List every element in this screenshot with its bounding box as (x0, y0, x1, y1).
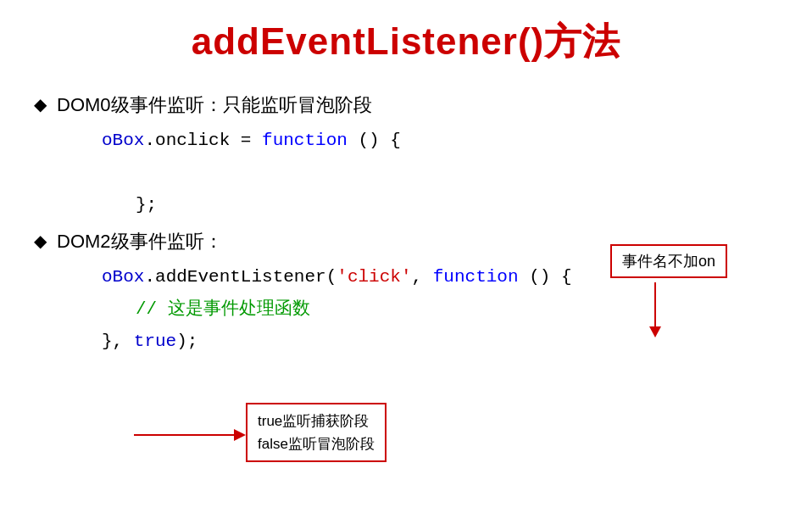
bullet-diamond-1: ◆ (34, 94, 47, 114)
obox-identifier-2: oBox (102, 267, 144, 287)
code-line-dom0-3: }; (136, 189, 778, 221)
bullet-diamond-2: ◆ (34, 231, 47, 251)
click-string: 'click' (336, 267, 411, 287)
annotation-text-2-line1: true监听捕获阶段 (258, 410, 375, 432)
dom0-code-block: oBox.onclick = function () { }; (102, 125, 778, 220)
code-line-dom0-2 (102, 157, 778, 189)
page-title: addEventListener()方法 (34, 17, 778, 67)
function-keyword-2: function (433, 267, 519, 287)
annotation-text-2-line2: false监听冒泡阶段 (258, 432, 375, 455)
svg-marker-3 (234, 429, 246, 441)
annotation-box-no-on: 事件名不加on (610, 244, 727, 278)
arrow-annotation-2 (134, 422, 253, 451)
addeventlistener-method: addEventListener (155, 267, 326, 287)
page-container: addEventListener()方法 ◆ DOM0级事件监听：只能监听冒泡阶… (0, 0, 812, 513)
obox-identifier-1: oBox (102, 131, 144, 150)
dom0-section: ◆ DOM0级事件监听：只能监听冒泡阶段 oBox.onclick = func… (34, 92, 778, 220)
dom0-bullet-text: DOM0级事件监听：只能监听冒泡阶段 (57, 92, 372, 118)
dom0-bullet-item: ◆ DOM0级事件监听：只能监听冒泡阶段 (34, 92, 778, 118)
onclick-prop: onclick (155, 131, 230, 150)
dom2-bullet-text: DOM2级事件监听： (57, 229, 223, 254)
true-value: true (134, 332, 176, 351)
code-line-dom2-3: }, true); (102, 326, 778, 358)
comment-text: // 这是事件处理函数 (136, 299, 310, 319)
function-keyword-1: function (262, 131, 348, 150)
code-line-dom0-1: oBox.onclick = function () { (102, 125, 778, 157)
arrow-annotation-1 (642, 282, 668, 345)
annotation-text-1: 事件名不加on (622, 253, 715, 270)
svg-marker-1 (649, 326, 661, 337)
annotation-box-true-false: true监听捕获阶段 false监听冒泡阶段 (246, 403, 387, 462)
code-line-dom2-2: // 这是事件处理函数 (136, 293, 778, 326)
